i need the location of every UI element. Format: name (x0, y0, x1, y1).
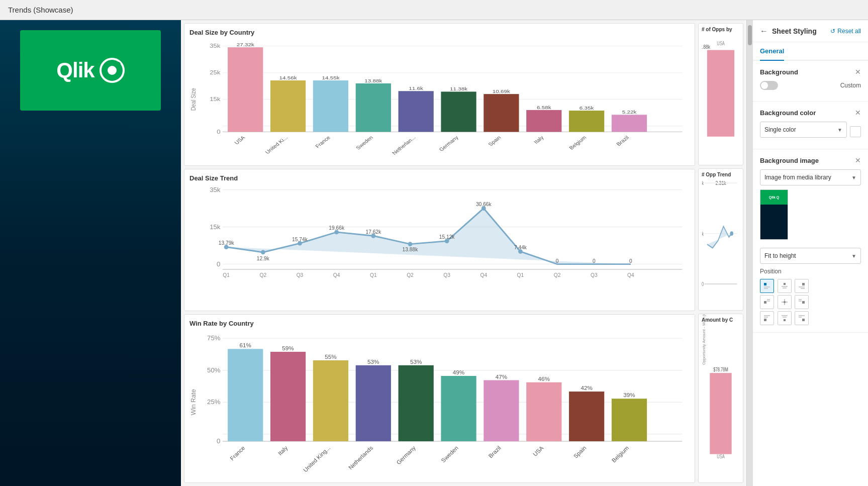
bar-sweden[interactable] (356, 83, 391, 132)
image-preview[interactable]: Qlik Q (760, 189, 788, 240)
bg-color-reset[interactable]: ✕ (855, 109, 861, 117)
svg-text:Q1: Q1 (370, 272, 377, 277)
tab-general[interactable]: General (760, 42, 784, 61)
svg-text:61%: 61% (239, 343, 251, 349)
svg-rect-135 (764, 317, 768, 318)
svg-rect-120 (783, 287, 787, 288)
reset-all-label: Reset all (837, 28, 861, 35)
deal-size-trend-title: Deal Size Trend (189, 174, 690, 182)
bar-brazil[interactable] (612, 115, 647, 132)
svg-rect-83 (484, 380, 519, 441)
position-mid-center[interactable] (778, 295, 792, 309)
svg-text:Belgium: Belgium (611, 445, 630, 463)
deal-size-trend-panel: Deal Size Trend 35k 15k 0 (184, 169, 695, 312)
svg-text:Brazil: Brazil (615, 135, 630, 147)
svg-text:53%: 53% (367, 359, 379, 365)
position-bot-center[interactable] (778, 311, 792, 325)
svg-text:7.44k: 7.44k (514, 244, 527, 250)
svg-rect-77 (356, 365, 391, 441)
svg-text:0: 0 (593, 258, 596, 263)
background-reset-icon[interactable]: ✕ (855, 68, 861, 76)
svg-text:Spain: Spain (487, 135, 502, 147)
bg-image-reset[interactable]: ✕ (855, 156, 861, 164)
position-bot-right[interactable] (795, 311, 809, 325)
bar-netherlands[interactable] (399, 91, 434, 132)
back-button[interactable]: ← (760, 27, 768, 36)
bar-belgium[interactable] (569, 111, 604, 132)
svg-text:25k: 25k (210, 70, 220, 76)
svg-text:0: 0 (217, 438, 220, 445)
svg-text:13.88k: 13.88k (403, 247, 419, 252)
svg-text:Q2: Q2 (259, 272, 266, 277)
bg-color-dropdown[interactable]: Single color ▼ (760, 122, 847, 138)
svg-text:10.69k: 10.69k (493, 88, 511, 94)
scrollbar[interactable] (746, 20, 752, 486)
win-rate-title: Win Rate by Country (189, 320, 690, 327)
bg-image-source-dropdown[interactable]: Image from media library ▼ (760, 169, 861, 185)
svg-text:0: 0 (556, 258, 559, 263)
svg-text:50%: 50% (207, 366, 221, 374)
win-rate-panel: Win Rate by Country Win Rate 75% 50% 25%… (184, 314, 695, 483)
bg-image-source-arrow: ▼ (851, 175, 856, 180)
custom-label: Custom (840, 82, 861, 89)
bar-germany[interactable] (441, 91, 476, 132)
amount-y-label: Opportunity Amount - Won (in Millions) (702, 325, 706, 365)
amount-svg: $78.78M USA (702, 365, 740, 462)
svg-text:2.88k: 2.88k (702, 44, 711, 50)
scrollbar-thumb[interactable] (748, 25, 752, 45)
bg-color-title: Background color (760, 109, 816, 117)
panel-tabs: General (753, 42, 868, 61)
svg-text:6.35k: 6.35k (580, 105, 594, 111)
svg-rect-87 (569, 392, 604, 441)
svg-text:Brazil: Brazil (488, 445, 502, 459)
svg-text:Sweden: Sweden (440, 445, 459, 463)
bar-italy[interactable] (526, 110, 561, 132)
position-top-left[interactable] (760, 279, 774, 293)
content-area: Deal Size by Country Deal Size 35k 25k (181, 20, 746, 486)
svg-text:Netherlan...: Netherlan... (391, 135, 417, 156)
svg-text:15k: 15k (210, 223, 221, 230)
main-area: Qlik Deal Size by Country Deal Size (0, 20, 868, 486)
svg-text:0: 0 (217, 260, 220, 268)
svg-text:39%: 39% (623, 393, 635, 399)
svg-text:6.58k: 6.58k (537, 105, 551, 110)
position-top-center[interactable] (778, 279, 792, 293)
position-mid-right[interactable] (795, 295, 809, 309)
bar-usa[interactable] (228, 47, 263, 132)
left-sidebar: Qlik (0, 20, 181, 486)
reset-all-button[interactable]: ↺ Reset all (830, 28, 861, 35)
main-charts-column: Deal Size by Country Deal Size 35k 25k (184, 23, 695, 483)
logo-text: Qlik (56, 58, 94, 82)
bg-color-dropdown-arrow: ▼ (837, 127, 842, 133)
background-section: Background ✕ Custom (753, 61, 868, 102)
bar-spain[interactable] (484, 94, 519, 132)
svg-text:15.74k: 15.74k (292, 236, 308, 242)
amount-by-panel: Amount by C Opportunity Amount - Won (in… (698, 314, 743, 483)
bar-france[interactable] (313, 80, 348, 132)
svg-rect-137 (782, 315, 788, 316)
svg-text:5.22k: 5.22k (622, 109, 637, 115)
svg-text:Q4: Q4 (333, 272, 340, 277)
page-title: Trends (Showcase) (8, 6, 73, 14)
position-label: Position (760, 268, 861, 275)
svg-text:Q2: Q2 (554, 272, 561, 277)
svg-text:Spain: Spain (572, 445, 588, 459)
image-preview-container: Qlik Q (760, 189, 861, 244)
position-bot-left[interactable] (760, 311, 774, 325)
position-mid-left[interactable] (760, 295, 774, 309)
svg-text:Deal Size: Deal Size (189, 88, 197, 111)
svg-text:42%: 42% (581, 385, 592, 392)
svg-rect-118 (784, 283, 786, 285)
opps-right-svg: 2.88k USA (702, 34, 740, 142)
custom-toggle[interactable] (760, 81, 778, 90)
bg-color-row: Single color ▼ (760, 122, 861, 142)
toggle-knob (761, 82, 768, 89)
bar-uk[interactable] (270, 80, 306, 132)
svg-rect-123 (801, 288, 805, 289)
right-mini-charts: # of Opps by 2.88k USA # Opp Trend 2.31k (698, 23, 743, 483)
color-swatch[interactable] (850, 126, 861, 137)
svg-rect-116 (764, 286, 770, 287)
position-top-right[interactable] (795, 279, 809, 293)
fit-dropdown[interactable]: Fit to height ▼ (760, 248, 861, 264)
panel-title: Sheet Styling (772, 27, 817, 35)
